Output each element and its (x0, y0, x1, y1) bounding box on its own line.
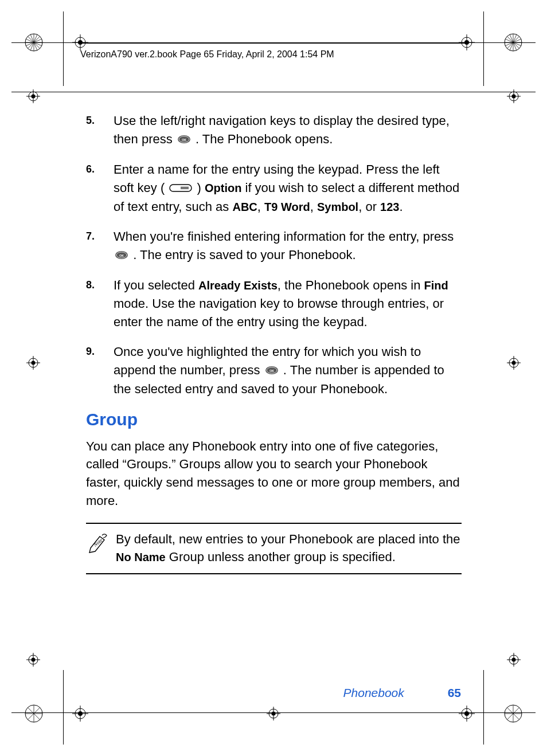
step-number: 6. (86, 160, 114, 216)
crop-corner-mark (503, 33, 523, 52)
registration-target (507, 653, 521, 667)
footer-section-name: Phonebook (343, 686, 404, 699)
step-9: 9. Once you've highlighted the entry for… (86, 343, 462, 398)
section-heading-group: Group (86, 410, 462, 429)
ok-button-icon: OK (115, 246, 128, 265)
step-body: When you're finished entering informatio… (114, 228, 462, 265)
registration-target (72, 706, 88, 722)
ok-button-icon: OK (265, 362, 279, 380)
crop-line (63, 670, 64, 745)
footer-page-number: 65 (448, 686, 461, 699)
crop-line (483, 11, 484, 86)
step-body: Enter a name for the entry using the key… (114, 160, 462, 216)
running-head-text: VerizonA790 ver.2.book Page 65 Friday, A… (80, 49, 334, 59)
step-body: If you selected Already Exists, the Phon… (114, 276, 462, 331)
note-text: By default, new entries to your Phoneboo… (116, 531, 462, 566)
softkey-button-icon (169, 179, 192, 198)
step-number: 8. (86, 276, 114, 331)
registration-target (26, 653, 40, 667)
step-number: 5. (86, 112, 114, 149)
page-footer: Phonebook 65 (343, 686, 461, 700)
crop-corner-mark (503, 704, 523, 723)
step-body: Use the left/right navigation keys to di… (114, 112, 462, 149)
crop-line (483, 670, 484, 745)
registration-target (267, 707, 280, 720)
step-body: Once you've highlighted the entry for wh… (114, 343, 462, 398)
section-intro: You can place any Phonebook entry into o… (86, 437, 462, 511)
crop-corner-mark (24, 704, 44, 723)
crop-line (11, 92, 536, 92)
step-5: 5. Use the left/right navigation keys to… (86, 112, 462, 149)
registration-target (26, 356, 40, 370)
svg-rect-77 (181, 189, 189, 189)
svg-text:OK: OK (182, 138, 186, 142)
step-number: 7. (86, 228, 114, 265)
note-block: Note By default, new entries to your Pho… (86, 523, 462, 574)
step-6: 6. Enter a name for the entry using the … (86, 160, 462, 216)
step-8: 8. If you selected Already Exists, the P… (86, 276, 462, 331)
running-head: VerizonA790 ver.2.book Page 65 Friday, A… (80, 43, 467, 60)
step-number: 9. (86, 343, 114, 398)
crop-corner-mark (24, 33, 44, 52)
svg-text:OK: OK (119, 254, 124, 257)
crop-line (63, 11, 64, 86)
crop-line-bottom (11, 712, 536, 713)
svg-rect-75 (170, 185, 192, 191)
step-7: 7. When you're finished entering informa… (86, 228, 462, 265)
page-content: 5. Use the left/right navigation keys to… (86, 112, 462, 574)
note-icon: Note (86, 531, 110, 566)
registration-target (507, 356, 521, 370)
ok-button-icon: OK (177, 131, 191, 149)
svg-rect-76 (181, 187, 189, 187)
svg-text:OK: OK (269, 369, 274, 372)
registration-target (459, 706, 475, 722)
